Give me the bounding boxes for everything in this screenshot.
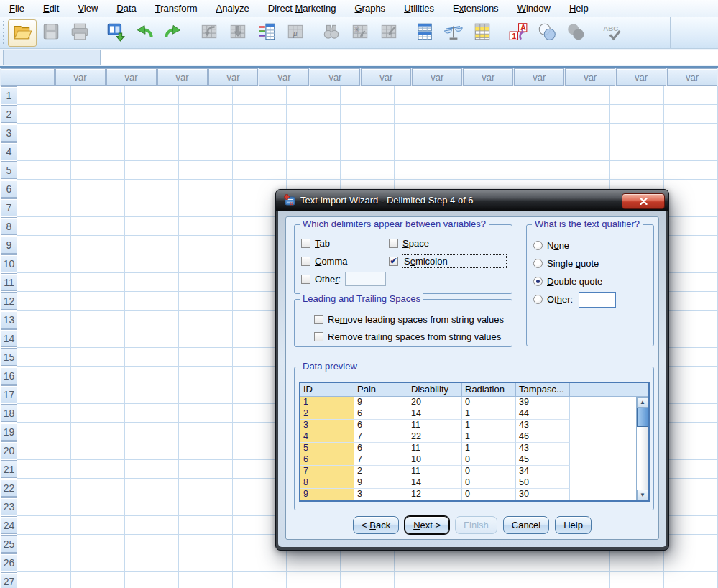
column-header-var[interactable]: var bbox=[412, 68, 462, 86]
qualifier-single-quote-radio-circle[interactable] bbox=[533, 259, 543, 268]
remove-trailing-spaces-checkbox-box[interactable] bbox=[314, 332, 323, 341]
grid-cell[interactable] bbox=[664, 404, 718, 423]
menu-data[interactable]: Data bbox=[107, 0, 145, 17]
grid-cell[interactable] bbox=[395, 161, 448, 180]
grid-cell[interactable] bbox=[179, 535, 233, 553]
grid-cell[interactable] bbox=[179, 254, 233, 273]
grid-cell[interactable] bbox=[71, 236, 125, 254]
grid-cell[interactable] bbox=[664, 180, 718, 198]
preview-vertical-scrollbar[interactable]: ▲ ▼ bbox=[636, 397, 648, 500]
grid-cell[interactable] bbox=[125, 180, 179, 198]
close-button[interactable] bbox=[622, 193, 665, 209]
grid-cell[interactable] bbox=[664, 254, 718, 273]
grid-cell[interactable] bbox=[125, 423, 179, 441]
grid-cell[interactable] bbox=[71, 86, 125, 105]
menu-edit[interactable]: Edit bbox=[34, 0, 68, 17]
grid-cell[interactable] bbox=[610, 142, 664, 161]
grid-cell[interactable] bbox=[17, 479, 71, 497]
grid-cell[interactable] bbox=[71, 105, 125, 124]
grid-cell[interactable] bbox=[287, 161, 341, 180]
grid-cell[interactable] bbox=[664, 124, 718, 142]
grid-cell[interactable] bbox=[179, 236, 233, 254]
grid-cell[interactable] bbox=[664, 105, 718, 124]
grid-cell[interactable] bbox=[125, 86, 179, 105]
grid-cell[interactable] bbox=[395, 572, 448, 588]
grid-cell[interactable] bbox=[341, 572, 395, 588]
grid-cell[interactable] bbox=[179, 348, 233, 367]
grid-cell[interactable] bbox=[341, 105, 395, 124]
row-header[interactable]: 13 bbox=[1, 311, 17, 329]
grid-cell[interactable] bbox=[71, 572, 125, 588]
grid-cell[interactable] bbox=[17, 180, 71, 198]
grid-cell[interactable] bbox=[125, 367, 179, 385]
grid-cell[interactable] bbox=[125, 292, 179, 311]
grid-cell[interactable] bbox=[71, 553, 125, 572]
grid-cell[interactable] bbox=[448, 142, 502, 161]
grid-cell[interactable] bbox=[341, 553, 395, 572]
dialog-titlebar[interactable]: Text Import Wizard - Delimited Step 4 of… bbox=[276, 190, 668, 211]
grid-cell[interactable] bbox=[664, 497, 718, 516]
value-labels-button[interactable]: A1 bbox=[504, 19, 533, 47]
qualifier-none-radio-circle[interactable] bbox=[533, 241, 543, 250]
row-header[interactable]: 25 bbox=[1, 535, 17, 553]
open-data-button[interactable] bbox=[8, 19, 37, 47]
menu-transform[interactable]: Transform bbox=[146, 0, 207, 17]
row-header[interactable]: 10 bbox=[1, 254, 17, 272]
comma-checkbox[interactable]: Comma bbox=[301, 253, 389, 269]
grid-cell[interactable] bbox=[395, 124, 448, 142]
grid-cell[interactable] bbox=[610, 161, 664, 180]
use-variable-sets-button[interactable] bbox=[533, 19, 561, 47]
grid-cell[interactable] bbox=[125, 124, 179, 142]
other-delimiter-checkbox[interactable]: Other: bbox=[301, 271, 506, 287]
row-header[interactable]: 18 bbox=[1, 404, 17, 422]
grid-cell[interactable] bbox=[71, 198, 125, 217]
grid-cell[interactable] bbox=[395, 86, 448, 105]
qualifier-other-input[interactable] bbox=[579, 292, 616, 308]
grid-cell[interactable] bbox=[17, 460, 71, 479]
grid-cell[interactable] bbox=[125, 497, 179, 516]
grid-cell[interactable] bbox=[179, 423, 233, 441]
grid-cell[interactable] bbox=[179, 180, 233, 198]
grid-cell[interactable] bbox=[556, 124, 610, 142]
grid-cell[interactable] bbox=[448, 86, 502, 105]
grid-cell[interactable] bbox=[502, 553, 556, 572]
grid-cell[interactable] bbox=[610, 572, 664, 588]
row-header[interactable]: 17 bbox=[1, 385, 17, 403]
grid-cell[interactable] bbox=[179, 479, 233, 497]
remove-trailing-spaces-checkbox[interactable]: Remove trailing spaces from string value… bbox=[314, 329, 506, 344]
grid-cell[interactable] bbox=[448, 124, 502, 142]
grid-cell[interactable] bbox=[179, 105, 233, 124]
find-button[interactable] bbox=[317, 19, 346, 47]
grid-cell[interactable] bbox=[17, 497, 71, 516]
grid-cell[interactable] bbox=[502, 572, 556, 588]
grid-cell[interactable] bbox=[125, 236, 179, 254]
grid-cell[interactable] bbox=[664, 535, 718, 553]
grid-cell[interactable] bbox=[179, 497, 233, 516]
grid-cell[interactable] bbox=[556, 553, 610, 572]
qualifier-single-quote-radio[interactable]: Single quote bbox=[533, 254, 648, 272]
grid-cell[interactable] bbox=[287, 124, 341, 142]
grid-cell[interactable] bbox=[71, 367, 125, 385]
grid-cell[interactable] bbox=[17, 142, 71, 161]
grid-cell[interactable] bbox=[125, 535, 179, 553]
cell-reference-box[interactable] bbox=[3, 50, 101, 65]
grid-cell[interactable] bbox=[502, 124, 556, 142]
grid-cell[interactable] bbox=[179, 516, 233, 535]
grid-cell[interactable] bbox=[17, 572, 71, 588]
menu-analyze[interactable]: Analyze bbox=[207, 0, 259, 17]
grid-corner-cell[interactable] bbox=[1, 68, 55, 86]
grid-cell[interactable] bbox=[125, 479, 179, 497]
grid-cell[interactable] bbox=[17, 161, 71, 180]
grid-cell[interactable] bbox=[17, 86, 71, 105]
row-header[interactable]: 7 bbox=[1, 198, 17, 216]
help-button[interactable]: Help bbox=[555, 516, 592, 534]
grid-cell[interactable] bbox=[664, 142, 718, 161]
remove-leading-spaces-checkbox-box[interactable] bbox=[314, 315, 323, 324]
row-header[interactable]: 19 bbox=[1, 423, 17, 441]
row-header[interactable]: 3 bbox=[1, 124, 17, 142]
weight-cases-button[interactable] bbox=[439, 19, 468, 47]
insert-cases-button[interactable]: ✳ bbox=[346, 19, 374, 47]
grid-cell[interactable] bbox=[179, 553, 233, 572]
grid-cell[interactable] bbox=[17, 441, 71, 460]
grid-cell[interactable] bbox=[556, 105, 610, 124]
